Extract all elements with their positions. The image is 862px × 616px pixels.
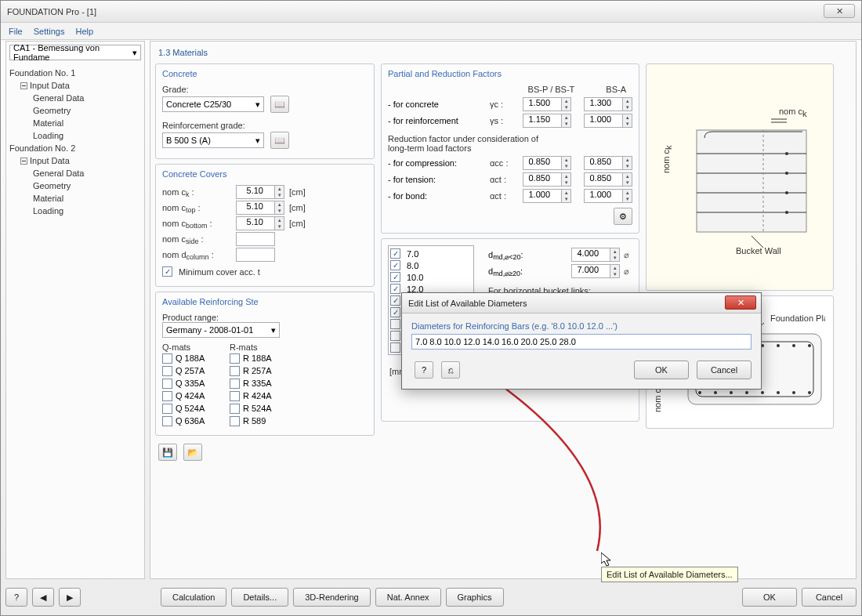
yc-bsa-input[interactable]: 1.300: [584, 97, 623, 111]
tree[interactable]: Foundation No. 1 Input Data General Data…: [6, 63, 144, 578]
checkbox[interactable]: [230, 391, 240, 401]
spinner[interactable]: ▴▾: [562, 172, 571, 187]
checkbox[interactable]: [230, 366, 240, 376]
spinner[interactable]: ▴▾: [623, 156, 632, 170]
spinner[interactable]: ▴▾: [610, 264, 620, 278]
tree-material-2[interactable]: Material: [9, 192, 141, 205]
menu-help[interactable]: Help: [75, 27, 93, 36]
q-mat-item[interactable]: Q 335A: [162, 377, 230, 390]
tree-input-data[interactable]: Input Data: [30, 81, 70, 90]
bond-bsp-input[interactable]: 1.000: [523, 189, 562, 203]
spinner[interactable]: ▴▾: [275, 185, 284, 199]
window-close-button[interactable]: ✕: [824, 4, 855, 18]
checkbox[interactable]: [390, 272, 400, 282]
checkbox[interactable]: [230, 379, 240, 389]
checkbox[interactable]: [390, 260, 400, 270]
r-mat-item[interactable]: R 524A: [230, 402, 297, 415]
dialog-ok-button[interactable]: OK: [634, 361, 689, 379]
tree-foundation-1[interactable]: Foundation No. 1: [9, 67, 141, 79]
expander-icon[interactable]: [20, 158, 27, 165]
spinner[interactable]: ▴▾: [562, 97, 571, 111]
case-selector[interactable]: CA1 - Bemessung von Fundame▾: [9, 45, 141, 60]
prev-button[interactable]: ◀: [32, 588, 54, 607]
tree-foundation-2[interactable]: Foundation No. 2: [9, 142, 141, 154]
checkbox[interactable]: [390, 248, 400, 259]
checkbox[interactable]: [390, 307, 400, 317]
checkbox[interactable]: [162, 416, 172, 426]
checkbox[interactable]: [390, 342, 400, 353]
q-mat-item[interactable]: Q 524A: [162, 402, 230, 415]
min-cover-checkbox[interactable]: [162, 266, 172, 277]
acc-bsp-input[interactable]: 0.850: [523, 156, 562, 170]
nom-ctop-input[interactable]: 5.10: [236, 201, 275, 215]
next-button[interactable]: ▶: [59, 588, 81, 607]
checkbox[interactable]: [162, 379, 172, 389]
tree-material[interactable]: Material: [9, 117, 141, 129]
nom-ck-input[interactable]: 5.10: [236, 185, 275, 199]
ok-button[interactable]: OK: [742, 588, 797, 607]
cancel-button[interactable]: Cancel: [802, 588, 857, 607]
checkbox[interactable]: [230, 416, 240, 426]
act-bsa-input[interactable]: 0.850: [584, 172, 623, 187]
menu-settings[interactable]: Settings: [34, 27, 65, 36]
product-range-select[interactable]: Germany - 2008-01-01▾: [162, 322, 280, 338]
tree-geometry[interactable]: Geometry: [9, 104, 141, 117]
r-mat-item[interactable]: R 188A: [230, 352, 297, 364]
spinner[interactable]: ▴▾: [623, 114, 632, 128]
checkbox[interactable]: [162, 391, 172, 401]
nat-annex-button[interactable]: Nat. Annex: [375, 588, 441, 607]
spinner[interactable]: ▴▾: [275, 216, 284, 230]
dialog-help-button[interactable]: ?: [415, 361, 433, 379]
graphics-button[interactable]: Graphics: [446, 588, 504, 607]
dmd-lt20-input[interactable]: 4.000: [571, 248, 610, 262]
dialog-close-button[interactable]: ✕: [725, 295, 756, 310]
checkbox[interactable]: [390, 295, 400, 306]
act-bsp-input[interactable]: 0.850: [523, 172, 562, 187]
library-button[interactable]: 📖: [270, 96, 289, 113]
r-mat-item[interactable]: R 589: [230, 415, 297, 427]
checkbox[interactable]: [162, 353, 172, 364]
tree-input-data-2[interactable]: Input Data: [30, 156, 70, 165]
q-mat-item[interactable]: Q 188A: [162, 352, 230, 364]
checkbox[interactable]: [390, 319, 400, 329]
spinner[interactable]: ▴▾: [623, 97, 632, 111]
tree-loading[interactable]: Loading: [9, 129, 141, 142]
q-mat-item[interactable]: Q 636A: [162, 415, 230, 427]
diameter-item[interactable]: 10.0: [390, 271, 472, 283]
spinner[interactable]: ▴▾: [562, 189, 571, 203]
tree-loading-2[interactable]: Loading: [9, 205, 141, 217]
checkbox[interactable]: [390, 284, 400, 294]
checkbox[interactable]: [230, 353, 240, 364]
dmd-ge20-input[interactable]: 7.000: [571, 264, 610, 278]
diameter-item[interactable]: 8.0: [390, 259, 472, 271]
dialog-default-button[interactable]: ⎌: [441, 361, 460, 379]
checkbox[interactable]: [162, 366, 172, 376]
q-mat-item[interactable]: Q 257A: [162, 364, 230, 377]
yc-bsp-input[interactable]: 1.500: [523, 97, 562, 111]
3d-rendering-button[interactable]: 3D-Rendering: [293, 588, 370, 607]
r-mat-item[interactable]: R 335A: [230, 377, 297, 390]
spinner[interactable]: ▴▾: [562, 156, 571, 170]
acc-bsa-input[interactable]: 0.850: [584, 156, 623, 170]
spinner[interactable]: ▴▾: [562, 114, 571, 128]
r-mat-item[interactable]: R 257A: [230, 364, 297, 377]
reinf-grade-select[interactable]: B 500 S (A)▾: [162, 132, 264, 148]
tree-general-2[interactable]: General Data: [9, 167, 141, 179]
diameter-item[interactable]: 7.0: [390, 248, 472, 259]
tree-general[interactable]: General Data: [9, 92, 141, 104]
spinner[interactable]: ▴▾: [610, 248, 620, 262]
help-button[interactable]: ?: [5, 588, 27, 607]
dialog-cancel-button[interactable]: Cancel: [697, 361, 752, 379]
calculation-button[interactable]: Calculation: [161, 588, 226, 607]
spinner[interactable]: ▴▾: [623, 189, 632, 203]
factors-settings-button[interactable]: ⚙: [614, 208, 632, 225]
library-button[interactable]: 📖: [270, 132, 289, 149]
checkbox[interactable]: [390, 331, 400, 341]
nom-cside-input[interactable]: [236, 232, 275, 246]
tree-geometry-2[interactable]: Geometry: [9, 179, 141, 192]
load-profile-button[interactable]: 📂: [183, 444, 202, 461]
nom-dcolumn-input[interactable]: [236, 248, 275, 262]
details-button[interactable]: Details...: [231, 588, 288, 607]
nom-cbottom-input[interactable]: 5.10: [236, 216, 275, 230]
spinner[interactable]: ▴▾: [623, 172, 632, 187]
